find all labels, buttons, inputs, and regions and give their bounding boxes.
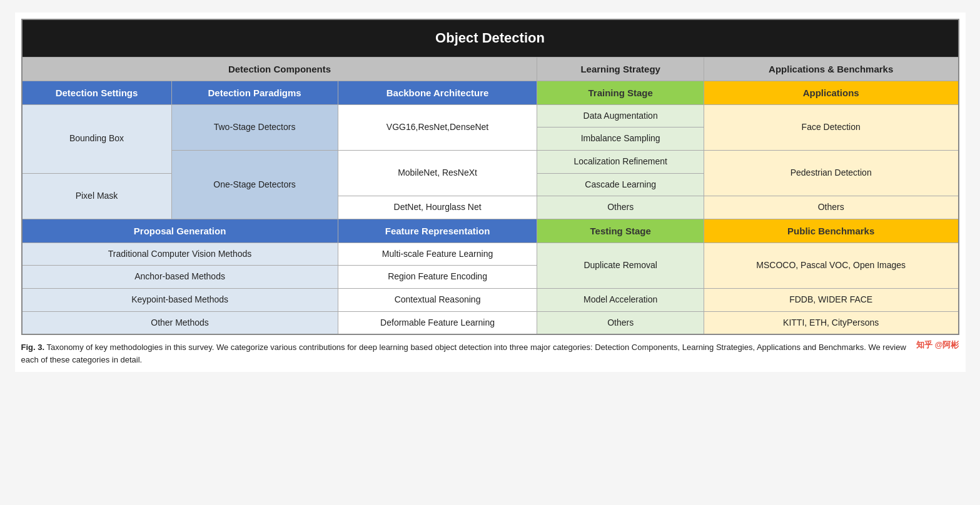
cell-bounding-box: Bounding Box [22,104,172,173]
cell-two-stage: Two-Stage Detectors [171,104,338,150]
cell-mobilenet: MobileNet, ResNeXt [338,150,537,196]
proposal-row-1: Traditional Computer Vision Methods Mult… [22,242,959,266]
detection-components-header: Detection Components [22,57,537,81]
data-row-1a: Bounding Box Two-Stage Detectors VGG16,R… [22,104,959,128]
cell-fddb: FDDB, WIDER FACE [704,288,958,311]
cell-imbalance: Imbalance Sampling [537,128,704,151]
cell-mscoco: MSCOCO, Pascal VOC, Open Images [704,242,958,288]
col-detection-settings: Detection Settings [22,81,172,104]
col-training-stage: Training Stage [537,81,704,104]
cell-cascade: Cascade Learning [537,173,704,196]
cell-localization: Localization Refinement [537,150,704,173]
caption-label: Fig. 3. [21,342,45,352]
cell-other-methods: Other Methods [22,311,338,334]
cell-vgg-resnet: VGG16,ResNet,DenseNet [338,104,537,150]
taxonomy-table: Object Detection Detection Components Le… [21,19,959,335]
cell-face-detection: Face Detection [704,104,958,150]
cell-keypoint-based: Keypoint-based Methods [22,288,338,311]
cell-traditional-cv: Traditional Computer Vision Methods [22,242,338,266]
cell-model-acceleration: Model Acceleration [537,288,704,311]
watermark: 知乎 @阿彬 [916,339,959,351]
cell-one-stage: One-Stage Detectors [171,150,338,219]
main-container: Object Detection Detection Components Le… [15,12,966,372]
col-headers-row: Detection Settings Detection Paradigms B… [22,81,959,104]
cell-kitti: KITTI, ETH, CityPersons [704,311,958,334]
caption-text: Taxonomy of key methodologies in this su… [21,342,906,364]
cell-multiscale: Multi-scale Feature Learning [338,242,537,266]
cell-app-others: Others [704,196,958,219]
title-row: Object Detection [22,19,959,57]
public-benchmarks-header: Public Benchmarks [704,219,958,242]
cell-training-others: Others [537,196,704,219]
apps-benchmarks-header: Applications & Benchmarks [704,57,958,81]
proposal-generation-header: Proposal Generation [22,219,338,242]
cell-testing-others: Others [537,311,704,334]
cell-pedestrian: Pedestrian Detection [704,150,958,196]
col-detection-paradigms: Detection Paradigms [171,81,338,104]
proposal-headers-row: Proposal Generation Feature Representati… [22,219,959,242]
feature-representation-header: Feature Representation [338,219,537,242]
cell-region-feature: Region Feature Encoding [338,266,537,289]
cell-contextual: Contextual Reasoning [338,288,537,311]
proposal-row-3: Keypoint-based Methods Contextual Reason… [22,288,959,311]
caption: 知乎 @阿彬 Fig. 3. Taxonomy of key methodolo… [21,341,959,366]
col-backbone-architecture: Backbone Architecture [338,81,537,104]
cell-duplicate-removal: Duplicate Removal [537,242,704,288]
cell-anchor-based: Anchor-based Methods [22,266,338,289]
learning-strategy-header: Learning Strategy [537,57,704,81]
cell-detnet: DetNet, Hourglass Net [338,196,537,219]
section-headers-row: Detection Components Learning Strategy A… [22,57,959,81]
testing-stage-header: Testing Stage [537,219,704,242]
table-title: Object Detection [22,19,959,57]
cell-pixel-mask: Pixel Mask [22,173,172,219]
cell-deformable: Deformable Feature Learning [338,311,537,334]
col-applications: Applications [704,81,958,104]
cell-data-aug: Data Augmentation [537,104,704,128]
